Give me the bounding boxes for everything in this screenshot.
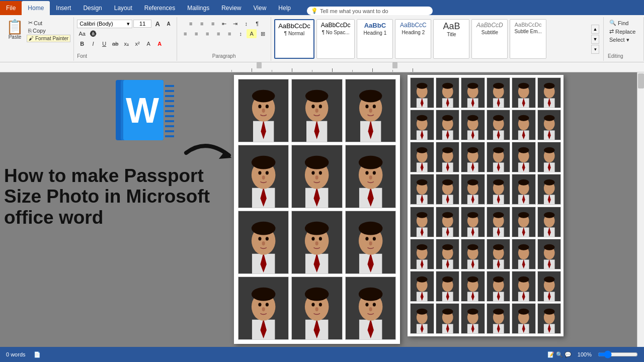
- style-title[interactable]: AaB Title: [433, 19, 469, 59]
- strikethrough-button[interactable]: ab: [110, 39, 120, 48]
- text-highlight-button[interactable]: A: [143, 39, 153, 48]
- style-no-spacing[interactable]: AaBbCcDc ¶ No Spac...: [316, 19, 355, 59]
- subscript-button[interactable]: x₂: [121, 39, 131, 48]
- svg-point-264: [493, 212, 504, 218]
- svg-point-116: [315, 307, 318, 311]
- svg-point-99: [372, 237, 375, 240]
- tab-review[interactable]: Review: [215, 1, 247, 15]
- find-label: Find: [618, 20, 628, 26]
- photo-row-4: [238, 277, 396, 340]
- svg-rect-10: [413, 68, 413, 72]
- decrease-indent-button[interactable]: ⇤: [219, 19, 229, 28]
- tell-me-bar[interactable]: 💡 Tell me what you want to do: [307, 7, 433, 15]
- tab-design[interactable]: Design: [77, 1, 108, 15]
- vertical-scrollbar[interactable]: [637, 72, 644, 362]
- font-family-selector[interactable]: Calibri (Body) ▾: [77, 20, 132, 28]
- svg-rect-22: [165, 110, 174, 112]
- svg-point-42: [312, 105, 315, 108]
- svg-point-174: [493, 115, 504, 121]
- svg-point-154: [543, 83, 554, 89]
- sort-button[interactable]: ↕: [241, 19, 251, 28]
- word-logo-icon: W: [111, 80, 176, 145]
- tab-home[interactable]: Home: [22, 1, 50, 15]
- svg-point-159: [417, 115, 428, 121]
- replace-icon: ⇄: [609, 28, 614, 35]
- svg-point-113: [305, 288, 329, 301]
- svg-point-234: [493, 179, 504, 186]
- clear-format-button[interactable]: 🅐: [88, 29, 98, 38]
- svg-point-224: [442, 179, 453, 186]
- style-normal[interactable]: AaBbCcDc ¶ Normal: [274, 19, 314, 59]
- font-row-3: B I U ab x₂ x² A A: [77, 39, 165, 48]
- svg-point-52: [369, 109, 372, 113]
- svg-point-139: [467, 83, 478, 89]
- show-marks-button[interactable]: ¶: [252, 19, 262, 28]
- tab-view[interactable]: View: [248, 1, 273, 15]
- svg-point-184: [543, 115, 554, 121]
- font-color-button[interactable]: A: [154, 39, 165, 48]
- svg-point-89: [305, 222, 329, 235]
- svg-rect-23: [165, 115, 174, 117]
- svg-point-339: [417, 309, 428, 315]
- column-button[interactable]: ≡: [224, 29, 234, 38]
- style-subtitle[interactable]: AaBbCcD Subtitle: [471, 19, 508, 59]
- style-heading2[interactable]: AaBbCcC Heading 2: [395, 19, 431, 59]
- svg-point-129: [417, 83, 428, 89]
- style-heading1[interactable]: AaBbC Heading 1: [357, 19, 393, 59]
- svg-point-50: [365, 105, 368, 108]
- styles-expand[interactable]: ▾: [591, 45, 599, 54]
- align-right-button[interactable]: ≡: [202, 29, 212, 38]
- small-photo-grid: [410, 77, 561, 334]
- paragraph-group: ≡ ≡ ≡ ⇤ ⇥ ↕ ¶ ≡ ≡ ≡ ≡ ≡ ↕ A ⊞ Paragraph: [177, 17, 271, 61]
- select-label: Select ▾: [609, 37, 629, 43]
- format-painter-button[interactable]: 🖌 Format Painter: [27, 35, 70, 42]
- paste-button[interactable]: 📋 Paste: [3, 19, 27, 41]
- svg-point-35: [266, 105, 269, 108]
- svg-point-269: [518, 212, 529, 218]
- font-shrink-button[interactable]: A: [164, 19, 174, 28]
- font-family-value: Calibri (Body): [79, 21, 113, 27]
- scrollbar-thumb[interactable]: [638, 73, 644, 88]
- tab-insert[interactable]: Insert: [50, 1, 77, 15]
- cut-button[interactable]: ✂ Cut: [27, 19, 70, 27]
- shading-button[interactable]: A: [247, 29, 257, 38]
- underline-button[interactable]: U: [99, 39, 109, 48]
- svg-point-349: [467, 309, 478, 315]
- multilevel-list-button[interactable]: ≡: [208, 19, 218, 28]
- svg-point-49: [359, 90, 382, 103]
- svg-point-100: [369, 241, 372, 245]
- line-spacing-button[interactable]: ↕: [235, 29, 246, 38]
- word-logo-container: W: [111, 80, 176, 147]
- font-size-selector[interactable]: 11: [133, 20, 151, 28]
- font-grow-button[interactable]: A: [152, 19, 163, 28]
- tab-layout[interactable]: Layout: [108, 1, 138, 15]
- numbered-list-button[interactable]: ≡: [197, 19, 207, 28]
- align-center-button[interactable]: ≡: [191, 29, 201, 38]
- ruler: [0, 62, 644, 72]
- zoom-slider[interactable]: [598, 350, 638, 358]
- tab-references[interactable]: References: [138, 1, 181, 15]
- photo-cell: [238, 79, 289, 142]
- bullet-list-button[interactable]: ≡: [186, 19, 196, 28]
- borders-button[interactable]: ⊞: [258, 29, 268, 38]
- bold-button[interactable]: B: [77, 39, 87, 48]
- align-left-button[interactable]: ≡: [180, 29, 190, 38]
- styles-scroll-down[interactable]: ▼: [591, 35, 599, 44]
- replace-button[interactable]: ⇄ Replace: [608, 28, 637, 35]
- styles-scroll-up[interactable]: ▲: [591, 25, 599, 34]
- styles-list: AaBbCcDc ¶ Normal AaBbCcDc ¶ No Spac... …: [274, 19, 590, 59]
- increase-indent-button[interactable]: ⇥: [230, 19, 240, 28]
- select-button[interactable]: Select ▾: [608, 36, 637, 44]
- italic-button[interactable]: I: [88, 39, 98, 48]
- superscript-button[interactable]: x²: [132, 39, 142, 48]
- tab-help[interactable]: Help: [272, 1, 297, 15]
- svg-point-98: [365, 237, 368, 240]
- tab-mailings[interactable]: Mailings: [181, 1, 215, 15]
- copy-button[interactable]: ⎘ Copy: [27, 27, 70, 34]
- font-case-button[interactable]: Aa: [77, 29, 87, 38]
- justify-button[interactable]: ≡: [213, 29, 223, 38]
- svg-point-81: [252, 222, 276, 235]
- find-button[interactable]: 🔍 Find: [608, 19, 637, 27]
- style-subtle-emphasis[interactable]: AaBbCcDc Subtle Em...: [510, 19, 546, 59]
- tab-file[interactable]: File: [0, 1, 22, 15]
